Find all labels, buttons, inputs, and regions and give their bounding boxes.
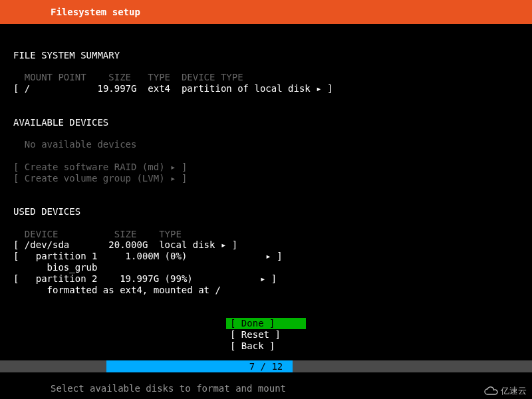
- used-p1-row[interactable]: [ partition 1 1.000M (0%) ▸ ]: [13, 251, 283, 261]
- create-raid-button[interactable]: [ Create software RAID (md) ▸ ]: [13, 162, 187, 172]
- back-button[interactable]: [ Back ]: [226, 340, 306, 352]
- used-p2-row[interactable]: [ partition 2 19.997G (99%) ▸ ]: [13, 273, 277, 284]
- used-p1-sub: bios_grub: [47, 262, 98, 273]
- watermark-text: 亿速云: [501, 386, 527, 396]
- fss-header: FILE SYSTEM SUMMARY: [13, 50, 120, 61]
- used-p2-size: 19.997G: [120, 273, 159, 284]
- watermark: 亿速云: [483, 386, 527, 396]
- main-content: FILE SYSTEM SUMMARY MOUNT POINT SIZE TYP…: [0, 24, 532, 295]
- fss-col-mount: MOUNT POINT: [25, 72, 86, 82]
- triangle-right-icon: ▸: [170, 173, 176, 184]
- used-disk-size: 20.000G: [108, 239, 148, 250]
- avail-none: No available devices: [25, 139, 137, 150]
- title-bar: Filesystem setup: [0, 0, 532, 24]
- used-p1-name: partition 1: [36, 251, 98, 261]
- used-disk-row[interactable]: [ /dev/sda 20.000G local disk ▸ ]: [13, 239, 237, 250]
- page-title: Filesystem setup: [51, 7, 140, 17]
- fss-row-mount: /: [25, 83, 30, 94]
- reset-label: Reset: [241, 329, 269, 340]
- fss-col-devtype: DEVICE TYPE: [182, 72, 243, 82]
- create-lvm-label: Create volume group (LVM): [25, 173, 165, 184]
- used-col-type: TYPE: [159, 229, 182, 239]
- used-p1-size: 1.000M: [126, 251, 160, 261]
- done-label: Done: [241, 318, 264, 329]
- reset-button[interactable]: [ Reset ]: [226, 329, 306, 340]
- fss-col-type: TYPE: [148, 72, 170, 82]
- triangle-right-icon: ▸: [265, 251, 271, 261]
- used-p1-pct: (0%): [165, 251, 188, 261]
- back-label: Back: [241, 340, 264, 351]
- used-p2-pct: (99%): [165, 273, 193, 284]
- create-raid-label: Create software RAID (md): [25, 162, 165, 172]
- fss-col-size: SIZE: [108, 72, 131, 82]
- hint-text: Select available disks to format and mou…: [0, 383, 532, 394]
- used-col-device: DEVICE: [25, 229, 59, 239]
- progress-label: 7 / 12: [0, 361, 532, 372]
- create-lvm-button[interactable]: [ Create volume group (LVM) ▸ ]: [13, 173, 187, 184]
- done-button[interactable]: [ Done ]: [226, 318, 306, 329]
- fss-row-type: ext4: [148, 83, 170, 94]
- fss-row[interactable]: [ / 19.997G ext4 partition of local disk…: [13, 83, 333, 94]
- cloud-icon: [483, 386, 498, 396]
- button-bar: [ Done ] [ Reset ] [ Back ]: [0, 318, 532, 351]
- triangle-right-icon: ▸: [316, 83, 321, 94]
- used-disk-name: /dev/sda: [25, 239, 69, 250]
- fss-row-size: 19.997G: [97, 83, 136, 94]
- used-disk-type: local disk: [159, 239, 215, 250]
- used-header: USED DEVICES: [13, 206, 80, 217]
- used-col-size: SIZE: [114, 229, 137, 239]
- progress-bar: 7 / 12: [0, 360, 532, 372]
- fss-row-devtype: partition of local disk: [182, 83, 311, 94]
- used-p2-sub: formatted as ext4, mounted at /: [47, 285, 221, 295]
- triangle-right-icon: ▸: [170, 162, 176, 172]
- used-p2-name: partition 2: [36, 273, 98, 284]
- avail-header: AVAILABLE DEVICES: [13, 117, 108, 128]
